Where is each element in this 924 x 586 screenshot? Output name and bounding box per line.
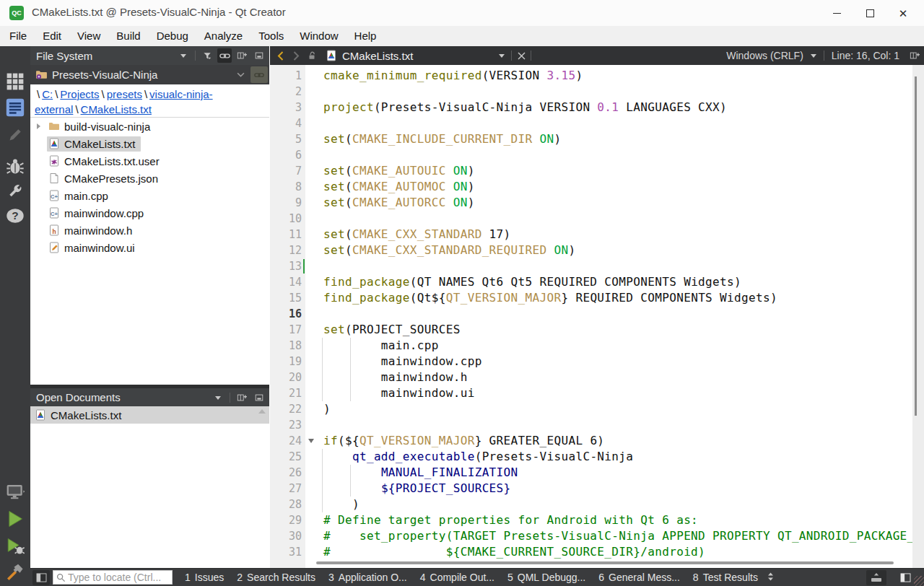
back-icon[interactable]	[272, 46, 288, 65]
forward-icon[interactable]	[288, 46, 304, 65]
code-line-8[interactable]: set(CMAKE_AUTOMOC ON)	[323, 179, 475, 195]
code-line-25[interactable]: qt_add_executable(Presets-VisualC-Ninja	[323, 449, 633, 465]
breadcrumb-link[interactable]: C:	[42, 88, 53, 100]
code-line-17[interactable]: set(PROJECT_SOURCES	[323, 322, 461, 338]
build-icon[interactable]	[0, 560, 30, 585]
code-line-7[interactable]: set(CMAKE_AUTOUIC ON)	[323, 163, 475, 179]
output-pane-test-results[interactable]: 8Test Results	[687, 569, 764, 586]
design-mode-icon[interactable]	[0, 123, 30, 147]
code-line-14[interactable]: find_package(QT NAMES Qt6 Qt5 REQUIRED C…	[323, 274, 741, 290]
line-ending-selector[interactable]: Windows (CRLF)	[726, 50, 803, 61]
tree-item-main.cpp[interactable]: C+main.cpp	[30, 187, 269, 204]
code-line-19[interactable]: mainwindow.cpp	[323, 354, 482, 369]
close-document-icon[interactable]	[513, 46, 529, 65]
link-with-editor-icon[interactable]	[217, 48, 232, 63]
output-pane-qml-debugg[interactable]: 5QML Debugg...	[501, 569, 592, 586]
output-pane-issues[interactable]: 1Issues	[178, 569, 230, 586]
tree-item-CMakeLists.txt[interactable]: CMakeLists.txt	[30, 135, 269, 152]
tree-item-CMakePresets.json[interactable]: CMakePresets.json	[30, 170, 269, 187]
breadcrumb-link[interactable]: presets	[107, 88, 142, 100]
code-line-27[interactable]: ${PROJECT_SOURCES}	[323, 481, 511, 497]
mode-grid-icon[interactable]	[0, 69, 30, 94]
edit-mode-icon[interactable]	[0, 95, 30, 120]
menu-window[interactable]: Window	[292, 26, 346, 46]
output-pane-application-o[interactable]: 3Application O...	[322, 569, 414, 586]
tree-item-mainwindow.ui[interactable]: mainwindow.ui	[30, 239, 269, 256]
unlock-icon[interactable]	[304, 46, 320, 65]
help-mode-icon[interactable]: ?	[0, 204, 30, 228]
tree-item-mainwindow.h[interactable]: hmainwindow.h	[30, 222, 269, 239]
code-line-18[interactable]: main.cpp	[323, 338, 439, 354]
tree-item-build-visualc-ninja[interactable]: build-visualc-ninja	[30, 118, 269, 135]
scroll-up-icon[interactable]	[258, 409, 266, 414]
maximize-output-pane-icon[interactable]	[866, 570, 886, 585]
menu-debug[interactable]: Debug	[149, 26, 196, 46]
output-pane-general-mess[interactable]: 6General Mess...	[592, 569, 687, 586]
code-line-30[interactable]: # set_property(TARGET Presets-VisualC-Ni…	[323, 528, 924, 544]
chevron-down-icon[interactable]	[811, 54, 816, 58]
tree-item-CMakeLists.txt.user[interactable]: CMakeLists.txt.user	[30, 152, 269, 170]
code-line-24[interactable]: if(${QT_VERSION_MAJOR} GREATER_EQUAL 6)	[323, 433, 604, 449]
split-new-icon[interactable]	[235, 48, 249, 63]
locator-input[interactable]	[68, 572, 167, 583]
split-editor-icon[interactable]	[907, 46, 923, 65]
collapse-panel-icon[interactable]	[252, 48, 266, 63]
pane-updown-icon[interactable]	[767, 571, 774, 584]
chevron-right-icon[interactable]	[37, 123, 40, 129]
split-new-icon[interactable]	[235, 390, 249, 405]
vertical-scrollbar[interactable]	[912, 65, 924, 568]
debug-mode-icon[interactable]	[0, 154, 30, 179]
tab-cmakelists[interactable]: CMakeLists.txt	[326, 50, 413, 62]
minimize-button[interactable]	[820, 0, 853, 26]
breadcrumb-link[interactable]: Projects	[60, 88, 99, 100]
filter-icon[interactable]	[200, 48, 214, 63]
tree-item-mainwindow.cpp[interactable]: C+mainwindow.cpp	[30, 204, 269, 222]
horizontal-scrollbar[interactable]	[316, 561, 894, 564]
chevron-down-icon[interactable]	[176, 48, 191, 63]
toggle-left-sidebar-icon[interactable]	[32, 570, 50, 585]
run-icon[interactable]	[0, 507, 30, 531]
code-line-1[interactable]: cmake_minimum_required(VERSION 3.15)	[323, 68, 583, 84]
chevron-down-icon[interactable]	[211, 390, 225, 405]
code-line-11[interactable]: set(CMAKE_CXX_STANDARD 17)	[323, 227, 511, 242]
locator[interactable]	[53, 570, 173, 585]
menu-edit[interactable]: Edit	[35, 26, 69, 46]
fold-marker-icon[interactable]	[308, 439, 314, 443]
menu-help[interactable]: Help	[346, 26, 385, 46]
code-line-15[interactable]: find_package(Qt${QT_VERSION_MAJOR} REQUI…	[323, 290, 777, 306]
code-line-22[interactable]: )	[323, 401, 331, 417]
menu-analyze[interactable]: Analyze	[196, 26, 250, 46]
toggle-right-sidebar-icon[interactable]	[897, 570, 914, 585]
code-line-31[interactable]: # ${CMAKE_CURRENT_SOURCE_DIR}/android)	[323, 544, 705, 560]
output-pane-search-results[interactable]: 2Search Results	[230, 569, 322, 586]
scrollbar-thumb[interactable]	[915, 76, 917, 416]
code-line-26[interactable]: MANUAL_FINALIZATION	[323, 465, 518, 481]
project-combo[interactable]: Presets-VisualC-Ninja	[30, 65, 269, 84]
output-pane-compile-out[interactable]: 4Compile Out...	[414, 569, 501, 586]
code-line-5[interactable]: set(CMAKE_INCLUDE_CURRENT_DIR ON)	[323, 131, 561, 147]
sync-root-icon[interactable]	[250, 66, 268, 83]
code-line-3[interactable]: project(Presets-VisualC-Ninja VERSION 0.…	[323, 100, 727, 115]
debug-run-icon[interactable]	[0, 534, 30, 559]
resize-grip[interactable]	[914, 576, 924, 586]
menu-tools[interactable]: Tools	[250, 26, 292, 46]
code-line-21[interactable]: mainwindow.ui	[323, 385, 475, 401]
kit-selector-icon[interactable]	[0, 479, 30, 504]
menu-build[interactable]: Build	[108, 26, 148, 46]
code-editor[interactable]: 1234567891011121314151617181920212223242…	[270, 65, 924, 568]
projects-mode-icon[interactable]	[0, 179, 30, 204]
breadcrumb-link[interactable]: CMakeLists.txt	[81, 103, 152, 115]
menu-view[interactable]: View	[69, 26, 108, 46]
code-line-9[interactable]: set(CMAKE_AUTORCC ON)	[323, 195, 475, 211]
chevron-down-icon[interactable]	[494, 46, 510, 65]
maximize-button[interactable]	[853, 0, 886, 26]
code-line-20[interactable]: mainwindow.h	[323, 369, 468, 385]
code-line-12[interactable]: set(CMAKE_CXX_STANDARD_REQUIRED ON)	[323, 242, 575, 258]
code-line-29[interactable]: # Define target properties for Android w…	[323, 512, 698, 528]
open-document-CMakeLists.txt[interactable]: CMakeLists.txt	[30, 406, 269, 424]
close-button[interactable]: ✕	[886, 0, 920, 26]
menu-file[interactable]: File	[1, 26, 35, 46]
file-tree: build-visualc-ninjaCMakeLists.txtCMakeLi…	[30, 118, 269, 385]
code-line-28[interactable]: )	[323, 497, 359, 512]
collapse-panel-icon[interactable]	[252, 390, 266, 405]
